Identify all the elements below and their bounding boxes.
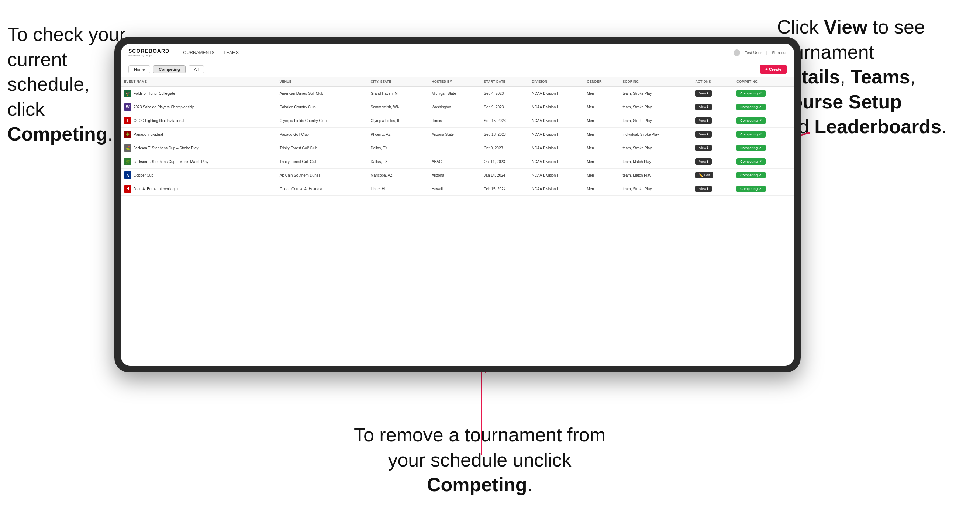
city-cell: Dallas, TX [368,155,429,168]
scoring-cell: team, Stroke Play [619,141,692,155]
nav-tournaments[interactable]: TOURNAMENTS [180,50,215,55]
division-cell: NCAA Division I [529,182,584,196]
competing-button[interactable]: Competing [737,104,765,110]
tablet-frame: SCOREBOARD Powered by clippi TOURNAMENTS… [115,37,801,373]
division-cell: NCAA Division I [529,128,584,141]
competing-button[interactable]: Competing [737,172,765,178]
hosted-cell: Illinois [429,114,481,128]
city-cell: Dallas, TX [368,141,429,155]
table-container: EVENT NAME VENUE CITY, STATE HOSTED BY S… [121,77,794,366]
scoring-cell: team, Stroke Play [619,86,692,100]
date-cell: Oct 11, 2023 [481,155,529,168]
tr-l1: Click [777,16,824,38]
user-name: Test User [745,51,762,55]
table-row: A Copper Cup Ak-Chin Southern DunesMaric… [121,168,794,182]
view-button[interactable]: View ℹ [695,186,712,192]
tr-l7: . [941,116,947,137]
date-cell: Sep 18, 2023 [481,128,529,141]
venue-cell: Trinity Forest Golf Club [277,141,368,155]
actions-cell: View ℹ [692,155,733,168]
actions-cell: View ℹ [692,86,733,100]
scoring-cell: team, Stroke Play [619,100,692,114]
table-row: 🦅 Folds of Honor Collegiate American Dun… [121,86,794,100]
tab-home[interactable]: Home [129,65,150,73]
venue-cell: Trinity Forest Golf Club [277,155,368,168]
bot-bold: Competing [427,474,527,495]
view-button[interactable]: View ℹ [695,158,712,165]
venue-cell: Sahalee Country Club [277,100,368,114]
brand-title: SCOREBOARD [129,48,169,54]
tr-b5: Leaderboards [815,116,941,137]
table-row: H John A. Burns Intercollegiate Ocean Co… [121,182,794,196]
view-button[interactable]: View ℹ [695,90,712,97]
city-cell: Sammamish, WA [368,100,429,114]
competing-button[interactable]: Competing [737,117,765,124]
competing-cell: Competing [733,182,794,196]
gender-cell: Men [584,86,619,100]
event-name: OFCC Fighting Illini Invitational [134,119,184,123]
brand: SCOREBOARD Powered by clippi [129,48,169,57]
table-row: W 2023 Sahalee Players Championship Saha… [121,100,794,114]
gender-cell: Men [584,100,619,114]
venue-cell: Ak-Chin Southern Dunes [277,168,368,182]
navbar: SCOREBOARD Powered by clippi TOURNAMENTS… [121,43,794,62]
scoring-cell: team, Match Play [619,168,692,182]
event-name: Folds of Honor Collegiate [134,92,175,95]
col-actions: ACTIONS [692,77,733,86]
col-date: START DATE [481,77,529,86]
annotation-line1: To check your [7,24,126,45]
edit-button[interactable]: ✏️ Edit [695,172,713,178]
event-name: Jackson T. Stephens Cup – Men's Match Pl… [134,160,208,164]
view-button[interactable]: View ℹ [695,131,712,138]
actions-cell: View ℹ [692,114,733,128]
hosted-cell [429,141,481,155]
event-name: John A. Burns Intercollegiate [134,187,180,191]
city-cell: Olympia Fields, IL [368,114,429,128]
competing-cell: Competing [733,128,794,141]
venue-cell: American Dunes Golf Club [277,86,368,100]
event-name-cell: 🌵 Papago Individual [121,128,277,141]
hosted-cell: Arizona State [429,128,481,141]
sign-out-link[interactable]: Sign out [772,51,787,55]
view-button[interactable]: View ℹ [695,144,712,151]
tablet-screen: SCOREBOARD Powered by clippi TOURNAMENTS… [121,43,794,366]
event-name: Copper Cup [134,173,153,178]
create-button[interactable]: + Create [760,65,787,74]
city-cell: Lihue, HI [368,182,429,196]
view-button[interactable]: View ℹ [695,104,712,110]
competing-button[interactable]: Competing [737,186,765,192]
hosted-cell: Washington [429,100,481,114]
competing-button[interactable]: Competing [737,131,765,138]
view-button[interactable]: View ℹ [695,117,712,124]
scoring-cell: team, Stroke Play [619,182,692,196]
gender-cell: Men [584,128,619,141]
division-cell: NCAA Division I [529,114,584,128]
tournaments-table: EVENT NAME VENUE CITY, STATE HOSTED BY S… [121,77,794,196]
tab-competing[interactable]: Competing [153,65,185,73]
scoring-cell: team, Stroke Play [619,114,692,128]
tab-all[interactable]: All [189,65,204,73]
event-name-cell: ⛳ Jackson T. Stephens Cup – Stroke Play [121,141,277,155]
gender-cell: Men [584,182,619,196]
date-cell: Sep 9, 2023 [481,100,529,114]
col-hosted: HOSTED BY [429,77,481,86]
actions-cell: View ℹ [692,100,733,114]
nav-teams[interactable]: TEAMS [224,50,239,55]
competing-button[interactable]: Competing [737,158,765,165]
gender-cell: Men [584,155,619,168]
competing-button[interactable]: Competing [737,144,765,151]
competing-button[interactable]: Competing [737,90,765,97]
event-name: 2023 Sahalee Players Championship [134,105,194,109]
gender-cell: Men [584,114,619,128]
competing-cell: Competing [733,155,794,168]
annotation-line2: current schedule, [7,49,90,95]
event-name-cell: A Copper Cup [121,168,277,182]
brand-sub: Powered by clippi [129,54,169,57]
tr-b3: Teams [851,66,910,87]
col-division: DIVISION [529,77,584,86]
actions-cell: View ℹ [692,141,733,155]
col-city: CITY, STATE [368,77,429,86]
date-cell: Sep 15, 2023 [481,114,529,128]
table-row: 🌿 Jackson T. Stephens Cup – Men's Match … [121,155,794,168]
gender-cell: Men [584,168,619,182]
